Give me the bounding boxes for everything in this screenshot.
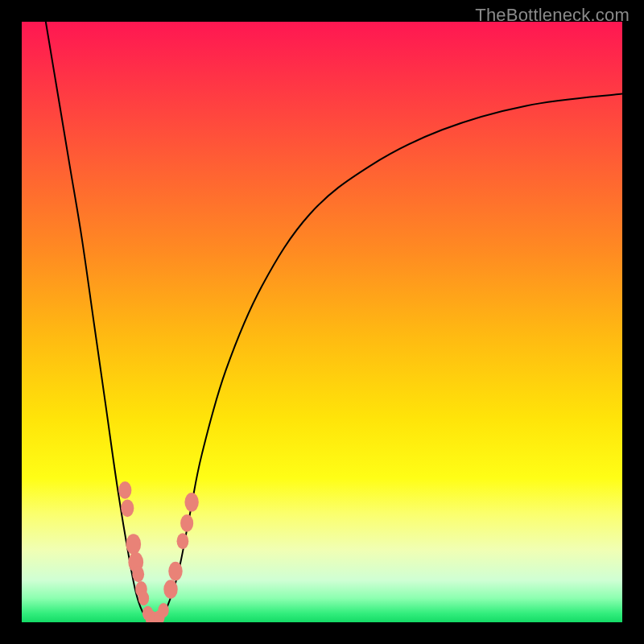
data-bead [180, 514, 193, 532]
data-bead [126, 534, 141, 554]
curve-left-branch [46, 22, 154, 622]
data-bead [163, 580, 177, 599]
outer-frame: TheBottleneck.com [0, 0, 644, 644]
data-bead [177, 533, 189, 549]
data-bead [168, 562, 182, 581]
data-bead [121, 499, 134, 517]
data-bead [132, 566, 144, 582]
data-bead [118, 481, 131, 499]
bottleneck-curve [22, 22, 622, 622]
data-bead [184, 493, 198, 512]
curve-right-branch [154, 94, 622, 622]
watermark-text: TheBottleneck.com [475, 5, 630, 26]
data-bead [138, 591, 149, 605]
plot-area [22, 22, 622, 622]
data-bead [158, 603, 168, 617]
